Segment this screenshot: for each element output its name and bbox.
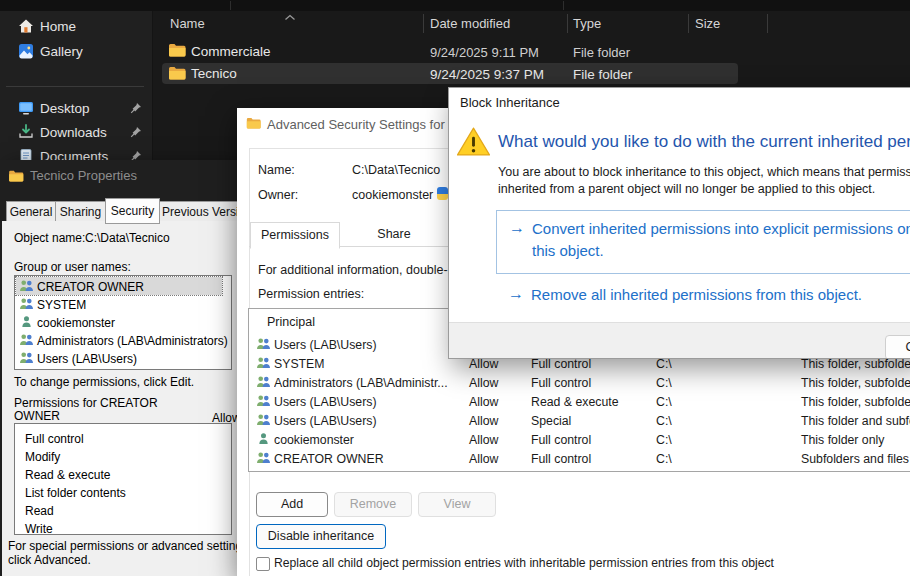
- principal-name: Administrators (LAB\Administrators): [37, 334, 228, 348]
- file-type: File folder: [573, 67, 632, 88]
- list-item-cookiemonster[interactable]: cookiemonster: [16, 313, 222, 331]
- tab-permissions[interactable]: Permissions: [250, 222, 340, 249]
- cell-access: Special: [531, 414, 571, 428]
- sidebar-item-home[interactable]: Home: [4, 14, 148, 38]
- column-divider[interactable]: [423, 14, 424, 33]
- group-icon: [256, 394, 271, 407]
- tab-general[interactable]: General: [6, 201, 56, 223]
- list-item-system[interactable]: SYSTEM: [16, 295, 222, 313]
- dialog-title: Block Inheritance: [460, 95, 560, 110]
- list-item-creator-owner[interactable]: CREATOR OWNER: [16, 277, 222, 295]
- tab-share[interactable]: Share: [339, 222, 450, 247]
- column-header-type[interactable]: Type: [573, 16, 601, 31]
- desktop-icon: [18, 100, 34, 116]
- arrow-right-icon: →: [509, 219, 525, 237]
- column-header-size[interactable]: Size: [695, 16, 720, 31]
- file-row-commerciale[interactable]: Commerciale 9/24/2025 9:11 PM File folde…: [0, 41, 910, 62]
- column-header-name[interactable]: Name: [170, 16, 205, 31]
- cell-inherited-from: C:\: [656, 376, 672, 390]
- tab-security[interactable]: Security: [105, 198, 160, 224]
- permission-row-read-execute[interactable]: Read & execute: [16, 465, 222, 483]
- permission-row-modify[interactable]: Modify: [16, 447, 222, 465]
- table-row[interactable]: Users (LAB\Users) Allow Read & execute C…: [249, 392, 910, 411]
- cell-inherited-from: C:\: [656, 433, 672, 447]
- remove-permissions-option[interactable]: → Remove all inherited permissions from …: [496, 284, 910, 308]
- principal-name: cookiemonster: [37, 316, 115, 330]
- sidebar-separator: [6, 86, 144, 87]
- permission-row-full-control[interactable]: Full control: [16, 429, 222, 447]
- file-name: Tecnico: [191, 66, 237, 87]
- principal-name: CREATOR OWNER: [37, 280, 144, 294]
- cell-principal: Users (LAB\Users): [274, 395, 459, 409]
- folder-icon: [168, 66, 186, 84]
- dialog-body-line2: inherited from a parent object will no l…: [498, 182, 875, 196]
- cell-type: Allow: [469, 395, 498, 409]
- folder-icon: [8, 168, 24, 186]
- group-icon: [256, 375, 271, 388]
- column-divider[interactable]: [567, 14, 568, 33]
- cell-applies-to: Subfolders and files only: [801, 452, 910, 466]
- tab-sharing[interactable]: Sharing: [55, 201, 106, 223]
- sidebar-item-desktop[interactable]: Desktop: [4, 96, 148, 120]
- cancel-button[interactable]: Cancel: [885, 335, 910, 359]
- column-divider[interactable]: [767, 14, 768, 33]
- cell-principal: Users (LAB\Users): [274, 338, 459, 352]
- table-row[interactable]: CREATOR OWNER Allow Full control C:\ Sub…: [249, 449, 910, 468]
- cell-type: Allow: [469, 357, 498, 371]
- cell-access: Full control: [531, 433, 591, 447]
- option-text-line2: this object.: [532, 242, 604, 259]
- convert-permissions-option[interactable]: → Convert inherited permissions into exp…: [496, 210, 910, 274]
- disable-inheritance-button[interactable]: Disable inheritance: [256, 524, 386, 549]
- name-label: Name:: [258, 163, 295, 177]
- cell-type: Allow: [469, 376, 498, 390]
- toolbar-divider: [230, 1, 231, 10]
- sidebar-item-downloads[interactable]: Downloads: [4, 120, 148, 144]
- principal-name: SYSTEM: [37, 298, 86, 312]
- permissions-for-label-line1: Permissions for CREATOR: [14, 396, 158, 410]
- list-item-administrators[interactable]: Administrators (LAB\Administrators): [16, 331, 222, 349]
- table-row[interactable]: Administrators (LAB\Administr... Allow F…: [249, 373, 910, 392]
- cell-access: Full control: [531, 376, 591, 390]
- name-value: C:\Data\Tecnico: [352, 163, 440, 177]
- toolbar-divider: [563, 1, 564, 10]
- user-icon: [256, 432, 271, 445]
- column-header-date-modified[interactable]: Date modified: [430, 16, 510, 31]
- dialog-footer: Cancel: [449, 322, 910, 359]
- table-row[interactable]: cookiemonster Allow Full control C:\ Thi…: [249, 430, 910, 449]
- file-row-tecnico-selected[interactable]: Tecnico 9/24/2025 9:37 PM File folder: [162, 63, 738, 84]
- block-inheritance-dialog: Block Inheritance What would you like to…: [448, 87, 910, 359]
- cell-applies-to: This folder only: [801, 433, 884, 447]
- replace-child-permissions-checkbox[interactable]: [256, 557, 270, 571]
- dialog-title: Tecnico Properties: [30, 168, 137, 183]
- list-item-users[interactable]: Users (LAB\Users): [16, 349, 222, 367]
- object-name-label: Object name:: [14, 231, 85, 245]
- add-button[interactable]: Add: [256, 492, 328, 517]
- cell-inherited-from: C:\: [656, 452, 672, 466]
- column-divider[interactable]: [688, 14, 689, 33]
- permission-row-list-folder-contents[interactable]: List folder contents: [16, 483, 222, 501]
- group-icon: [19, 351, 34, 364]
- cell-principal: SYSTEM: [274, 357, 459, 371]
- pin-icon: [130, 126, 142, 138]
- table-row[interactable]: Users (LAB\Users) Allow Special C:\ This…: [249, 411, 910, 430]
- cell-type: Allow: [469, 452, 498, 466]
- dialog-body-line1: You are about to block inheritance to th…: [498, 165, 910, 179]
- permission-row-write[interactable]: Write: [16, 519, 222, 537]
- tab-previous-versions[interactable]: Previous Versions: [159, 201, 237, 223]
- option-text: Remove all inherited permissions from th…: [531, 286, 862, 303]
- owner-label: Owner:: [258, 188, 298, 202]
- permissions-for-label-line2: OWNER: [14, 409, 60, 423]
- group-icon: [256, 451, 271, 464]
- cell-inherited-from: C:\: [656, 395, 672, 409]
- sidebar-item-label: Home: [40, 19, 76, 34]
- remove-button[interactable]: Remove: [334, 492, 412, 517]
- downloads-icon: [18, 124, 34, 140]
- principal-column-header[interactable]: Principal: [267, 315, 315, 329]
- screen: Home Gallery Desktop Downloads: [0, 0, 910, 576]
- permission-entries-label: Permission entries:: [258, 287, 364, 301]
- warning-icon: [456, 126, 491, 161]
- permission-row-read[interactable]: Read: [16, 501, 222, 519]
- folder-icon: [246, 117, 261, 132]
- cell-principal: cookiemonster: [274, 433, 459, 447]
- view-button[interactable]: View: [418, 492, 496, 517]
